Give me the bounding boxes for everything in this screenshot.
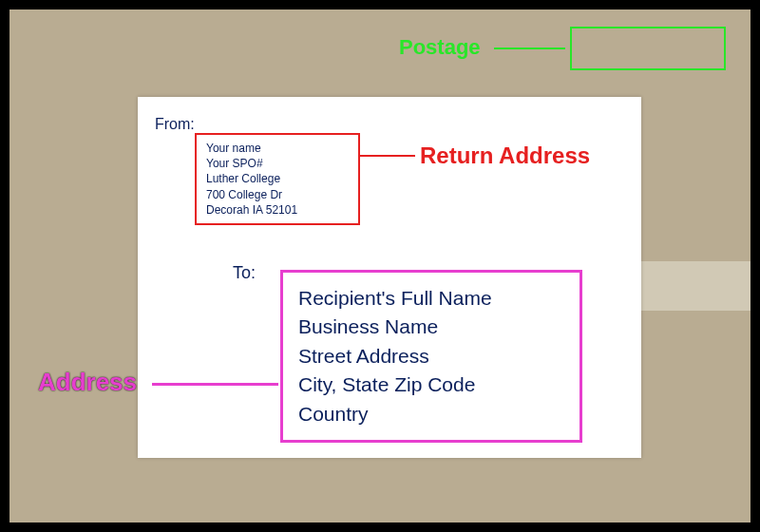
return-address-box: Your name Your SPO# Luther College 700 C… [195,133,360,225]
return-line-2: Your SPO# [206,156,349,171]
diagram-frame: Postage From: Your name Your SPO# Luther… [0,0,760,532]
return-line-1: Your name [206,141,349,156]
to-heading: To: [233,263,256,283]
return-line-5: Decorah IA 52101 [206,202,349,218]
return-line-3: Luther College [206,171,349,186]
from-heading: From: [155,116,195,133]
packing-tape [622,261,750,311]
postage-callout-line [494,48,565,49]
address-callout-label: Address [38,368,137,397]
postage-area-box [570,27,726,70]
return-line-4: 700 College Dr [206,187,349,202]
destination-address-box: Recipient's Full Name Business Name Stre… [280,270,582,443]
postage-callout-label: Postage [399,35,481,60]
return-callout-label: Return Address [420,142,590,169]
address-callout-line [152,383,278,386]
dest-line-4: City, State Zip Code [298,370,564,399]
dest-line-2: Business Name [298,313,564,341]
return-callout-line [358,155,415,157]
cardboard-background: Postage From: Your name Your SPO# Luther… [10,10,750,522]
dest-line-5: Country [298,400,564,428]
dest-line-1: Recipient's Full Name [298,284,564,313]
dest-line-3: Street Address [298,342,564,370]
